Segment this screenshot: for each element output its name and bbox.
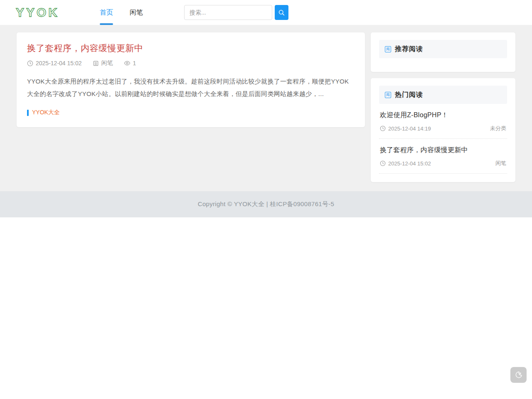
hot-title: 热门阅读 [395,91,423,99]
search-button[interactable] [275,5,288,20]
recommended-card: 阅 推荐阅读 [371,32,515,72]
post-views: 1 [133,60,136,66]
site-header: YYOK 首页 闲笔 [0,0,532,25]
moon-sleep-icon [514,370,523,379]
hot-card: 阅 热门阅读 欢迎使用Z-BlogPHP！ 2025-12-04 14:19 [371,78,515,182]
main-column: 换了套程序，内容缓慢更新中 2025-12-04 15:02 [17,32,365,127]
search-icon [278,9,285,16]
clock-icon [380,160,386,166]
hot-item-date: 2025-12-04 15:02 [388,160,431,167]
post-meta: 2025-12-04 15:02 闲笔 [27,59,355,67]
hot-header: 阅 热门阅读 [379,86,507,104]
search-input[interactable] [184,5,272,20]
nav-item-label: 首页 [100,8,113,17]
post-tags: YYOK大全 [27,109,355,116]
recommended-header: 阅 推荐阅读 [379,40,507,58]
clock-icon [380,126,386,131]
read-icon: 阅 [385,46,391,52]
nav-item-notes[interactable]: 闲笔 [130,0,143,25]
views-icon [124,60,131,66]
dark-mode-toggle-button[interactable] [510,367,527,383]
hot-item-title[interactable]: 换了套程序，内容缓慢更新中 [380,146,506,155]
post-title[interactable]: 换了套程序，内容缓慢更新中 [27,42,355,54]
tag-bar [27,110,29,116]
hot-list-item[interactable]: 换了套程序，内容缓慢更新中 2025-12-04 15:02 闲笔 [379,139,507,174]
category-icon [93,60,99,66]
post-card: 换了套程序，内容缓慢更新中 2025-12-04 15:02 [17,32,365,127]
nav-item-label: 闲笔 [130,8,143,17]
read-icon: 阅 [385,92,391,98]
hot-list-item[interactable]: 欢迎使用Z-BlogPHP！ 2025-12-04 14:19 未分类 [379,104,507,139]
main-nav: 首页 闲笔 [100,0,143,25]
post-date: 2025-12-04 15:02 [36,60,82,66]
site-footer: Copyright © YYOK大全 | 桂ICP备09008761号-5 [0,191,532,217]
post-excerpt: YYOK大全原来用的程序太过老旧了，我没有技术去升级。趁前这段时间活动比较少就换… [27,75,355,100]
post-tag-link[interactable]: YYOK大全 [32,109,60,116]
hot-item-date: 2025-12-04 14:19 [388,126,431,132]
search-bar [184,5,288,20]
hot-item-category[interactable]: 未分类 [490,125,506,132]
copyright-text: Copyright © YYOK大全 | 桂ICP备09008761号-5 [198,200,334,208]
recommended-title: 推荐阅读 [395,45,423,54]
page-body: 换了套程序，内容缓慢更新中 2025-12-04 15:02 [0,25,532,191]
hot-item-meta: 2025-12-04 14:19 未分类 [380,125,506,132]
sidebar: 阅 推荐阅读 阅 热门阅读 欢迎使用Z-BlogPHP！ [371,32,515,182]
hot-item-category[interactable]: 闲笔 [495,160,506,167]
post-category[interactable]: 闲笔 [101,59,113,67]
nav-item-home[interactable]: 首页 [100,0,113,25]
clock-icon [27,60,33,66]
site-logo[interactable]: YYOK [16,5,59,20]
hot-item-title[interactable]: 欢迎使用Z-BlogPHP！ [380,111,506,120]
hot-item-meta: 2025-12-04 15:02 闲笔 [380,160,506,167]
